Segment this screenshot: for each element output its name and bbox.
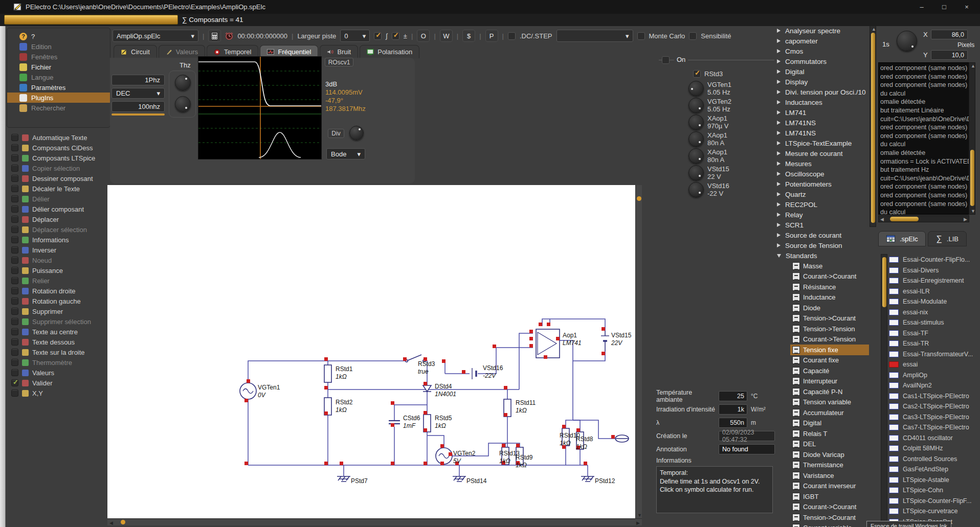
component-row[interactable]: XAop1 80n A bbox=[688, 147, 773, 164]
schematic[interactable]: VGTen1 0V RStd1 1kΩ RStd2 1kΩ RStd3 true… bbox=[107, 185, 635, 518]
circuit-vertical-scrollbar[interactable]: ▼ bbox=[635, 185, 642, 518]
library-file[interactable]: Controlled Sources bbox=[889, 454, 980, 465]
tree-category[interactable]: LM741NS bbox=[777, 128, 869, 138]
plugin-item[interactable]: Dessiner composant bbox=[11, 173, 114, 184]
scope-mode-select[interactable]: Bode▾ bbox=[326, 148, 365, 159]
library-file[interactable]: essai-nix bbox=[889, 307, 980, 318]
plugin-checkbox[interactable] bbox=[11, 144, 18, 151]
tab-bruit[interactable]: Bruit bbox=[320, 45, 358, 58]
component-type-item[interactable]: Interrupteur bbox=[790, 376, 869, 387]
component-checkbox[interactable] bbox=[693, 70, 701, 78]
menu-item-plugins[interactable]: PlugIns bbox=[7, 93, 110, 103]
component-type-item[interactable]: Inductance bbox=[790, 292, 869, 303]
component-row[interactable]: VGTen2 5.05 Hz bbox=[688, 97, 773, 113]
tree-category[interactable]: Inductances bbox=[777, 97, 869, 107]
plugin-item[interactable]: Composants CiDess bbox=[11, 143, 114, 153]
temperature-input[interactable]: 25 bbox=[719, 391, 747, 401]
plugin-item[interactable]: Texte sur la droite bbox=[11, 347, 114, 357]
collapsed-panel-edge[interactable] bbox=[0, 26, 6, 527]
library-file[interactable]: CD4011 oscillator bbox=[889, 433, 980, 444]
component-type-item[interactable]: Relais T bbox=[790, 428, 869, 439]
expand-arrow-icon[interactable] bbox=[777, 202, 781, 207]
library-file[interactable]: Essai-Modulate bbox=[889, 296, 980, 307]
component-type-item[interactable]: Résistance bbox=[790, 282, 869, 292]
expand-arrow-icon[interactable] bbox=[777, 121, 781, 125]
component-type-item[interactable]: Capacité bbox=[790, 365, 869, 376]
component-type-item[interactable]: Digital bbox=[790, 418, 869, 429]
plugin-checkbox[interactable] bbox=[11, 175, 18, 182]
largeur-piste-select[interactable]: 0▾ bbox=[340, 30, 370, 42]
expand-arrow-icon[interactable] bbox=[777, 141, 781, 145]
expand-arrow-icon[interactable] bbox=[777, 90, 781, 94]
component-vstd15-battery[interactable] bbox=[601, 331, 609, 351]
library-file[interactable]: Cas7-LTSpice-PElectro bbox=[889, 422, 980, 433]
plugin-item[interactable]: Délier bbox=[11, 194, 114, 204]
component-knob[interactable] bbox=[688, 182, 704, 197]
library-file[interactable]: Essai-Counter-FlipFlo... bbox=[889, 255, 980, 265]
expand-arrow-icon[interactable] bbox=[777, 39, 781, 43]
plugin-item[interactable]: Supprimer sélection bbox=[11, 316, 114, 327]
standards-scrollbar[interactable] bbox=[881, 254, 887, 527]
plugin-item[interactable]: Thermomètre bbox=[11, 357, 114, 368]
plugin-checkbox[interactable] bbox=[11, 134, 18, 141]
library-file[interactable]: Essai-Divers bbox=[889, 265, 980, 276]
component-type-item[interactable]: DEL bbox=[790, 439, 869, 450]
component-row[interactable]: XAop1 80n A bbox=[688, 130, 773, 147]
clock-icon[interactable] bbox=[225, 32, 233, 40]
component-type-item[interactable]: Thermistance bbox=[790, 460, 869, 471]
component-knob[interactable] bbox=[688, 131, 704, 147]
tree-category[interactable]: Source de Tension bbox=[777, 240, 869, 250]
component-aop1-opamp[interactable] bbox=[536, 329, 560, 358]
irradiation-input[interactable]: 1k bbox=[719, 404, 747, 415]
tree-category[interactable]: Oscilloscope bbox=[777, 169, 869, 179]
dcstep-select[interactable]: ▾ bbox=[556, 30, 633, 42]
log-horizontal-scrollbar[interactable]: ◀ ▶ bbox=[878, 215, 969, 222]
plugin-checkbox[interactable] bbox=[11, 205, 18, 213]
plugin-checkbox[interactable] bbox=[11, 369, 18, 376]
component-type-item[interactable]: Courant->Tension bbox=[790, 334, 869, 345]
expand-arrow-icon[interactable] bbox=[777, 192, 781, 196]
component-row[interactable]: RStd3 bbox=[688, 67, 773, 80]
tab-circuit[interactable]: Circuit bbox=[114, 45, 157, 58]
tab-spelc[interactable]: .spElc bbox=[878, 231, 926, 246]
component-row[interactable]: VStd16 -22 V bbox=[688, 181, 773, 198]
tree-category[interactable]: Relay bbox=[777, 210, 869, 220]
plugin-item[interactable]: Déplacer sélection bbox=[11, 224, 114, 235]
expand-arrow-icon[interactable] bbox=[777, 80, 781, 84]
menu-item-langue[interactable]: Langue bbox=[7, 72, 110, 82]
library-file[interactable]: AmpliOp bbox=[889, 370, 980, 381]
component-type-item[interactable]: Masse bbox=[790, 261, 869, 271]
menu-item-help[interactable]: ?? bbox=[7, 31, 110, 41]
expand-arrow-icon[interactable] bbox=[777, 213, 781, 217]
expand-arrow-icon[interactable] bbox=[777, 182, 781, 186]
plugin-checkbox[interactable] bbox=[11, 195, 18, 202]
plugin-checkbox[interactable] bbox=[11, 297, 18, 305]
expand-arrow-icon[interactable] bbox=[777, 172, 781, 176]
scrollbar-thumb[interactable] bbox=[882, 257, 886, 307]
plugin-checkbox[interactable] bbox=[11, 359, 18, 366]
bode-scope-screen[interactable] bbox=[198, 56, 322, 159]
expand-arrow-icon[interactable] bbox=[777, 29, 781, 33]
tab-polarisation[interactable]: Polarisation bbox=[360, 45, 419, 58]
component-row[interactable]: XAop1 970µ V bbox=[688, 113, 773, 130]
component-type-item[interactable]: Tension->Courant bbox=[790, 512, 869, 523]
tree-category[interactable]: Commutators bbox=[777, 56, 869, 66]
component-probe[interactable] bbox=[615, 435, 629, 442]
ground-pstd7[interactable] bbox=[337, 476, 350, 482]
component-type-item[interactable]: Tension variable bbox=[790, 397, 869, 408]
plugin-checkbox[interactable] bbox=[11, 338, 18, 346]
plugin-checkbox[interactable] bbox=[11, 216, 18, 223]
plugin-item[interactable]: Valeurs bbox=[11, 368, 114, 378]
tree-category[interactable]: capometer bbox=[777, 36, 869, 46]
menu-item-rechercher[interactable]: Rechercher bbox=[7, 103, 110, 113]
component-type-item[interactable]: Tension->Courant bbox=[790, 313, 869, 324]
plugin-checkbox[interactable] bbox=[11, 328, 18, 335]
component-type-item[interactable]: Diode bbox=[790, 303, 869, 313]
scrollbar-thumb[interactable] bbox=[637, 196, 641, 201]
position-knob[interactable] bbox=[897, 31, 917, 51]
component-type-item[interactable]: Diode Varicap bbox=[790, 449, 869, 460]
plugin-item[interactable]: Rotation droite bbox=[11, 286, 114, 296]
schematic-canvas[interactable]: VGTen1 0V RStd1 1kΩ RStd2 1kΩ RStd3 true… bbox=[107, 185, 635, 518]
expand-arrow-icon[interactable] bbox=[777, 162, 781, 166]
expand-arrow-icon[interactable] bbox=[777, 100, 781, 104]
